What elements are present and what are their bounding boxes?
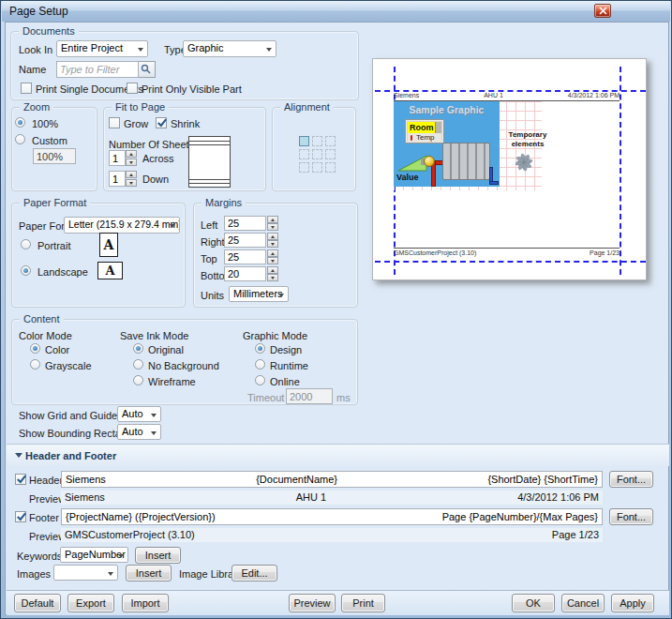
zoom-100-radio[interactable] xyxy=(15,117,25,128)
name-filter-input[interactable] xyxy=(56,61,139,78)
spin-down-button[interactable] xyxy=(126,159,137,166)
header-text-input[interactable]: Siemens {DocumentName} {ShortDate} {Shor… xyxy=(61,471,603,488)
footer-font-button[interactable]: Font... xyxy=(609,508,653,525)
sample-graphic-title: Sample Graphic xyxy=(394,104,500,115)
spin-down-button[interactable] xyxy=(267,274,278,281)
documents-legend: Documents xyxy=(19,25,79,37)
alignment-cell[interactable] xyxy=(312,162,322,173)
alignment-cell[interactable] xyxy=(325,136,336,146)
fan-icon xyxy=(512,150,536,174)
number-of-sheets-label: Number Of Sheets xyxy=(109,139,194,150)
grayscale-radio[interactable] xyxy=(30,359,40,370)
look-in-select[interactable]: Entire Project xyxy=(56,40,148,57)
shrink-checkbox[interactable] xyxy=(156,117,167,128)
grow-label: Grow xyxy=(124,118,148,129)
margin-right-input[interactable] xyxy=(224,233,266,248)
alignment-cell[interactable] xyxy=(299,136,309,146)
fit-legend: Fit to Page xyxy=(112,101,169,113)
preview-button[interactable]: Preview xyxy=(289,594,336,612)
spin-down-button[interactable] xyxy=(267,240,278,248)
bottom-margin-guide xyxy=(375,261,646,263)
print-only-visible-part-checkbox[interactable] xyxy=(127,83,138,94)
landscape-radio[interactable] xyxy=(21,265,31,276)
margin-left-input[interactable] xyxy=(224,216,266,231)
wireframe-radio[interactable] xyxy=(133,375,143,385)
paper-form-select[interactable]: Letter (215.9 x 279.4 mm) xyxy=(64,217,180,234)
spin-up-button[interactable] xyxy=(126,171,137,178)
spin-down-button[interactable] xyxy=(267,223,278,231)
shrink-label: Shrink xyxy=(171,118,200,129)
design-radio[interactable] xyxy=(255,343,265,354)
images-select[interactable] xyxy=(53,565,118,581)
zoom-custom-input[interactable] xyxy=(33,148,76,164)
alignment-cell[interactable] xyxy=(325,149,336,159)
page-header-right: 4/3/2012 1:06 PM xyxy=(568,91,620,100)
footer-right-segment: Page {PageNumber}/{Max Pages} xyxy=(442,509,598,524)
search-button[interactable] xyxy=(139,61,156,78)
page-setup-dialog: Page Setup Documents Look In Entire Proj… xyxy=(0,0,672,619)
sheets-down-input[interactable] xyxy=(109,171,126,187)
landscape-page-icon: A xyxy=(97,262,123,279)
timeout-input[interactable] xyxy=(286,388,333,404)
thermometer-icon xyxy=(411,135,412,141)
spin-up-button[interactable] xyxy=(126,150,137,158)
portrait-radio[interactable] xyxy=(21,239,31,249)
room-spin-icon xyxy=(435,122,441,133)
keywords-select[interactable]: PageNumber xyxy=(60,547,128,563)
images-insert-button[interactable]: Insert xyxy=(126,565,172,581)
original-radio[interactable] xyxy=(133,343,143,354)
zoom-custom-radio[interactable] xyxy=(15,134,25,144)
alignment-cell[interactable] xyxy=(312,149,322,159)
online-radio[interactable] xyxy=(255,375,265,385)
runtime-radio[interactable] xyxy=(255,359,265,370)
footer-checkbox[interactable] xyxy=(15,511,26,522)
alignment-cell[interactable] xyxy=(312,136,322,146)
alignment-cell[interactable] xyxy=(299,149,309,159)
apply-button[interactable]: Apply xyxy=(611,594,654,612)
spin-down-button[interactable] xyxy=(267,257,278,264)
margin-top-input[interactable] xyxy=(224,249,266,264)
footer-preview-left: GMSCustomerProject (3.10) xyxy=(65,528,195,542)
portrait-page-icon: A xyxy=(99,233,118,257)
header-checkbox[interactable] xyxy=(15,474,26,485)
show-grid-select[interactable]: Auto xyxy=(117,406,161,422)
export-button[interactable]: Export xyxy=(67,594,114,612)
no-background-label: No Background xyxy=(148,360,219,371)
ok-button[interactable]: OK xyxy=(512,594,555,612)
keywords-insert-button[interactable]: Insert xyxy=(135,547,181,564)
cancel-button[interactable]: Cancel xyxy=(561,594,605,612)
import-button[interactable]: Import xyxy=(122,594,169,612)
alignment-cell[interactable] xyxy=(325,162,336,173)
save-ink-mode-label: Save Ink Mode xyxy=(120,330,188,341)
margin-bottom-input[interactable] xyxy=(224,266,266,281)
content-legend: Content xyxy=(20,313,64,325)
header-font-button[interactable]: Font... xyxy=(609,471,653,488)
header-center-segment: {DocumentName} xyxy=(256,472,337,487)
units-label: Units xyxy=(201,290,224,301)
show-bounding-select[interactable]: Auto xyxy=(117,424,161,440)
titlebar[interactable]: Page Setup xyxy=(2,1,670,22)
footer-preview-right: Page 1/23 xyxy=(552,528,599,542)
spin-up-button[interactable] xyxy=(267,216,278,223)
footer-text-input[interactable]: {ProjectName} ({ProjectVersion}) Page {P… xyxy=(61,508,603,525)
spin-up-button[interactable] xyxy=(267,233,278,240)
spin-up-button[interactable] xyxy=(267,266,278,274)
no-background-radio[interactable] xyxy=(133,359,143,370)
grow-checkbox[interactable] xyxy=(109,117,120,128)
spin-up-button[interactable] xyxy=(267,249,278,257)
sheets-across-input[interactable] xyxy=(109,150,126,166)
zoom-100-label: 100% xyxy=(32,118,58,129)
color-radio[interactable] xyxy=(30,343,40,354)
default-button[interactable]: Default xyxy=(14,594,61,612)
right-margin-guide xyxy=(620,67,621,275)
alignment-cell[interactable] xyxy=(299,162,309,173)
units-select[interactable]: Millimeters xyxy=(229,286,289,302)
close-icon[interactable] xyxy=(594,4,611,18)
original-label: Original xyxy=(148,344,184,355)
type-select[interactable]: Graphic xyxy=(183,40,276,57)
print-single-documents-checkbox[interactable] xyxy=(21,83,32,94)
image-library-edit-button[interactable]: Edit... xyxy=(231,565,277,581)
header-footer-section-header[interactable]: Header and Footer xyxy=(7,444,669,466)
spin-down-button[interactable] xyxy=(126,179,137,187)
print-button[interactable]: Print xyxy=(341,594,385,612)
